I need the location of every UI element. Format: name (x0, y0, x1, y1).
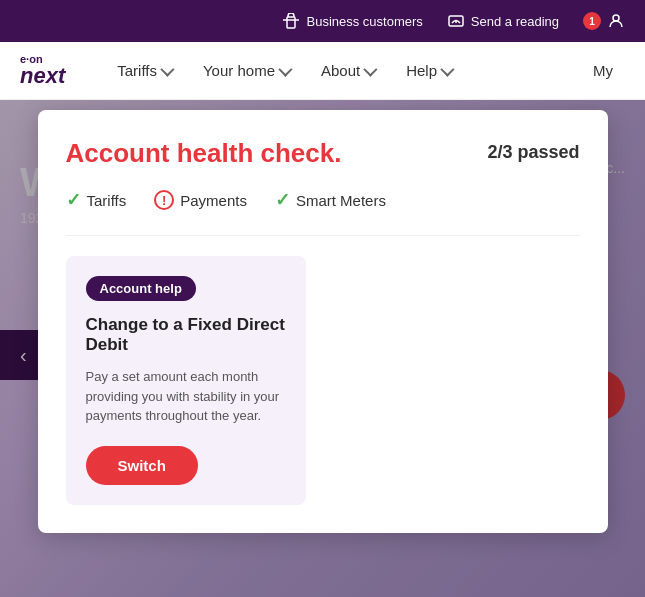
card-description: Pay a set amount each month providing yo… (86, 367, 286, 426)
check-smart-meters-icon: ✓ (275, 189, 290, 211)
business-customers-label: Business customers (306, 14, 422, 29)
nav-item-my[interactable]: My (581, 42, 625, 100)
nav-tariffs-label: Tariffs (117, 62, 157, 79)
modal-title: Account health check. (66, 138, 342, 169)
nav-your-home-label: Your home (203, 62, 275, 79)
help-chevron-icon (440, 62, 454, 76)
account-health-modal: Account health check. 2/3 passed ✓ Tarif… (38, 110, 608, 533)
nav-my-label: My (593, 62, 613, 79)
check-payments: ! Payments (154, 190, 247, 210)
top-bar: Business customers Send a reading 1 (0, 0, 645, 42)
briefcase-icon (282, 12, 300, 30)
svg-rect-0 (287, 17, 295, 28)
nav-item-about[interactable]: About (309, 42, 386, 100)
nav-item-help[interactable]: Help (394, 42, 463, 100)
check-tariffs-label: Tariffs (87, 192, 127, 209)
check-payments-label: Payments (180, 192, 247, 209)
user-icon (607, 12, 625, 30)
modal-overlay: Account health check. 2/3 passed ✓ Tarif… (0, 100, 645, 597)
modal-score: 2/3 passed (487, 142, 579, 163)
notifications-link[interactable]: 1 (583, 12, 625, 30)
svg-point-4 (613, 15, 619, 21)
check-smart-meters-label: Smart Meters (296, 192, 386, 209)
nav-help-label: Help (406, 62, 437, 79)
your-home-chevron-icon (278, 62, 292, 76)
meter-icon (447, 12, 465, 30)
check-tariffs: ✓ Tariffs (66, 189, 127, 211)
check-smart-meters: ✓ Smart Meters (275, 189, 386, 211)
modal-divider (66, 235, 580, 236)
send-reading-link[interactable]: Send a reading (447, 12, 559, 30)
about-chevron-icon (364, 62, 378, 76)
nav-items: Tariffs Your home About Help My (105, 42, 625, 100)
send-reading-label: Send a reading (471, 14, 559, 29)
check-tariffs-icon: ✓ (66, 189, 81, 211)
nav-about-label: About (321, 62, 360, 79)
tariffs-chevron-icon (160, 62, 174, 76)
logo[interactable]: e·on next (20, 54, 65, 87)
modal-header: Account health check. 2/3 passed (66, 138, 580, 169)
business-customers-link[interactable]: Business customers (282, 12, 422, 30)
nav-item-tariffs[interactable]: Tariffs (105, 42, 183, 100)
check-payments-icon: ! (154, 190, 174, 210)
logo-next: next (20, 65, 65, 87)
card-title: Change to a Fixed Direct Debit (86, 315, 286, 355)
nav-item-your-home[interactable]: Your home (191, 42, 301, 100)
card-badge: Account help (86, 276, 196, 301)
page-background: W... 192 G... Ac... ‹ t paym... payme...… (0, 100, 645, 597)
account-help-card: Account help Change to a Fixed Direct De… (66, 256, 306, 505)
checks-row: ✓ Tariffs ! Payments ✓ Smart Meters (66, 189, 580, 211)
notification-badge: 1 (583, 12, 601, 30)
nav-bar: e·on next Tariffs Your home About Help M… (0, 42, 645, 100)
switch-button[interactable]: Switch (86, 446, 198, 485)
